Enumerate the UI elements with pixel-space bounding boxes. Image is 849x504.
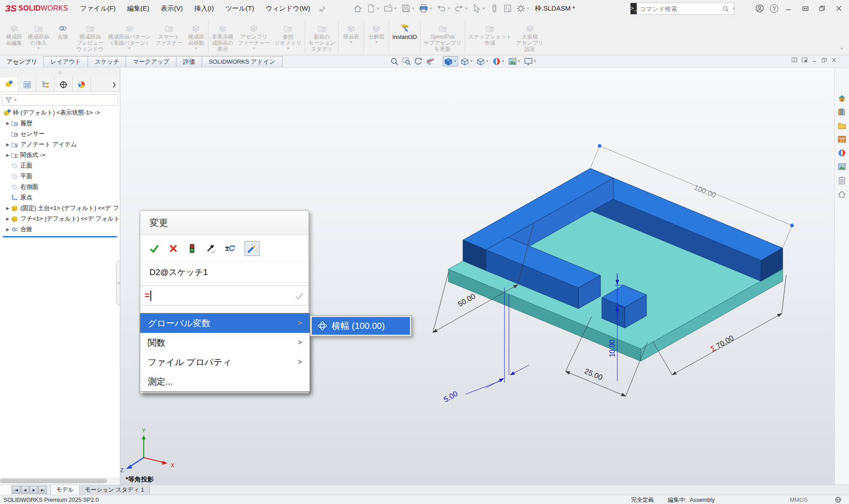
tree-horizontal-scrollbar[interactable] — [0, 478, 120, 484]
tree-item-edge-part[interactable]: ▶フチ<1> (デフォルト) <<デ フォルト>_表示 — [0, 214, 120, 224]
pane-split-icon[interactable] — [792, 57, 797, 63]
redo-dropdown-arrow[interactable]: ▼ — [464, 7, 468, 11]
rotate-dimension-icon[interactable] — [206, 243, 216, 254]
filter-dropdown-arrow[interactable]: ▼ — [14, 98, 17, 102]
search-input[interactable] — [637, 5, 722, 12]
design-library-icon[interactable] — [837, 107, 847, 117]
flyout-item-width[interactable]: 横幅 (100.00) — [312, 317, 410, 335]
panel-splitter-grip[interactable] — [58, 71, 61, 74]
tree-item-mates[interactable]: ▶合致 — [0, 224, 120, 235]
ribbon-take-snapshot-button[interactable]: スナップショット 作成 — [466, 19, 514, 54]
ribbon-reference-geometry-button[interactable]: 参照 ジオメトリ▼ — [272, 19, 304, 54]
restore-button[interactable] — [815, 2, 829, 15]
dropdown-arrow-icon[interactable]: ▼ — [37, 46, 40, 50]
previous-tab-button[interactable]: ◀ — [21, 486, 29, 494]
ribbon-speedpak-button[interactable]: SpeedPak サブアセンブリ を更新 — [421, 19, 464, 54]
previous-view-icon[interactable] — [413, 56, 424, 66]
menu-view[interactable]: 表示(V) — [155, 0, 189, 17]
tree-item-top-plane[interactable]: 平面 — [0, 171, 120, 182]
doc-minimize-icon[interactable] — [812, 57, 817, 63]
ribbon-new-motion-study-button[interactable]: 新規の モーション スタディ — [306, 19, 337, 54]
tab-evaluate[interactable]: 評価 — [176, 56, 202, 67]
tab-feature-manager-tree[interactable] — [0, 77, 18, 92]
menu-window[interactable]: ウィンドウ(W) — [260, 0, 316, 17]
menu-item-file-properties[interactable]: ファイル プロパティ> — [140, 352, 310, 372]
custom-properties-icon[interactable] — [837, 176, 847, 185]
print-button[interactable]: ▼ — [418, 3, 434, 14]
dropdown-arrow-icon[interactable]: ▼ — [194, 46, 198, 50]
new-dropdown-arrow[interactable]: ▼ — [376, 7, 380, 11]
resources-icon[interactable] — [837, 93, 847, 103]
ribbon-instant3d-button[interactable]: Instant3D — [390, 19, 419, 54]
tree-item-origin[interactable]: 原点 — [0, 192, 120, 203]
dimension-value-input[interactable]: = — [140, 286, 309, 305]
tab-markup[interactable]: マークアップ — [126, 56, 176, 67]
tab-assembly[interactable]: アセンブリ — [0, 56, 44, 67]
tree-item-front-plane[interactable]: 正面 — [0, 160, 120, 171]
tab-solidworks-addins[interactable]: SOLIDWORKS アドイン — [202, 56, 283, 67]
first-tab-button[interactable]: |◀ — [12, 486, 20, 494]
menu-file[interactable]: ファイル(F) — [74, 0, 122, 17]
tree-item-right-plane[interactable]: 右側面 — [0, 182, 120, 192]
ribbon-edit-component-button[interactable]: 構成部 品編集 — [3, 19, 26, 54]
dropdown-arrow-icon[interactable]: ▼ — [252, 46, 256, 50]
cascade-button[interactable] — [799, 2, 812, 15]
view-orientation-icon[interactable]: ▼ — [443, 56, 458, 66]
tree-item-base-part[interactable]: ▶(固定) 土台<1> (デフォルト) <<デ フォ — [0, 203, 120, 214]
doc-restore-icon[interactable] — [822, 57, 827, 63]
section-view-icon[interactable] — [425, 56, 436, 66]
save-button[interactable]: ▼ — [400, 3, 416, 14]
tree-item-equations[interactable]: ▶関係式 -> — [0, 150, 120, 160]
next-tab-button[interactable]: ▶ — [30, 486, 38, 494]
tree-item-sensors[interactable]: センサー — [0, 129, 120, 139]
ribbon-exploded-view-button[interactable]: 分解図▼ — [365, 19, 388, 54]
view-settings-icon[interactable]: ▼ — [523, 56, 538, 66]
tree-filter[interactable]: ▼ — [2, 94, 118, 106]
pane-single-icon[interactable] — [802, 57, 807, 63]
select-dropdown-arrow[interactable]: ▼ — [482, 7, 486, 11]
dropdown-arrow-icon[interactable]: ▼ — [375, 40, 378, 44]
scrollbar-thumb[interactable] — [0, 479, 107, 483]
command-search-box[interactable]: >_ ▼ — [630, 3, 734, 15]
help-icon[interactable]: ? — [770, 4, 778, 13]
doc-close-icon[interactable] — [831, 57, 837, 63]
last-tab-button[interactable]: ▶| — [38, 486, 47, 494]
panel-tabs-overflow-icon[interactable]: ❯ — [108, 77, 120, 92]
menu-item-measure[interactable]: 測定... — [140, 372, 310, 391]
open-dropdown-arrow[interactable]: ▼ — [394, 7, 397, 11]
tree-root[interactable]: 枠 (デフォルト) <表示状態-1> -> — [0, 107, 120, 118]
home-button[interactable] — [352, 3, 363, 14]
ribbon-move-component-button[interactable]: 構成部 品移動▼ — [184, 19, 207, 54]
edit-appearance-icon[interactable]: ▼ — [491, 56, 506, 66]
pin-menu-icon[interactable] — [319, 5, 325, 12]
zoom-to-area-icon[interactable] — [401, 56, 412, 66]
minimize-button[interactable] — [782, 2, 795, 15]
view-palette-icon[interactable] — [837, 134, 847, 144]
menu-item-functions[interactable]: 関数> — [140, 333, 310, 352]
tab-layout[interactable]: レイアウト — [43, 56, 88, 67]
hide-show-items-icon[interactable]: ▼ — [475, 56, 490, 66]
forum-icon[interactable] — [837, 189, 847, 199]
ribbon-bom-button[interactable]: 部品表▼ — [340, 19, 363, 54]
search-icon[interactable] — [722, 5, 729, 12]
reset-spin-increment-icon[interactable] — [225, 243, 236, 254]
expand-arrow-icon[interactable]: ▶ — [4, 142, 11, 147]
tab-configuration-manager[interactable] — [36, 77, 54, 92]
scenes-icon[interactable] — [837, 162, 847, 172]
ribbon-show-hidden-components-button[interactable]: 非表示構 成部品の 表示 — [210, 19, 235, 54]
accept-icon[interactable] — [149, 243, 160, 254]
expand-arrow-icon[interactable]: ▶ — [4, 206, 11, 210]
frame-model[interactable] — [448, 168, 783, 361]
ribbon-assembly-features-button[interactable]: アセンブリ フィーチャー▼ — [236, 19, 272, 54]
panel-collapse-handle[interactable] — [116, 261, 120, 305]
ribbon-collapse-icon[interactable]: ^ — [841, 47, 843, 52]
global-variable-wand-icon[interactable] — [245, 241, 260, 256]
undo-button[interactable]: ▼ — [436, 3, 451, 14]
status-globe-icon[interactable] — [835, 495, 841, 504]
close-button[interactable] — [832, 2, 845, 15]
tab-property-manager[interactable] — [18, 77, 36, 92]
tab-model[interactable]: モデル — [50, 485, 80, 495]
ribbon-smart-fastener-button[interactable]: スマート ファスナー — [153, 19, 184, 54]
rollback-bar[interactable] — [3, 236, 117, 237]
menu-insert[interactable]: 挿入(I) — [189, 0, 220, 17]
